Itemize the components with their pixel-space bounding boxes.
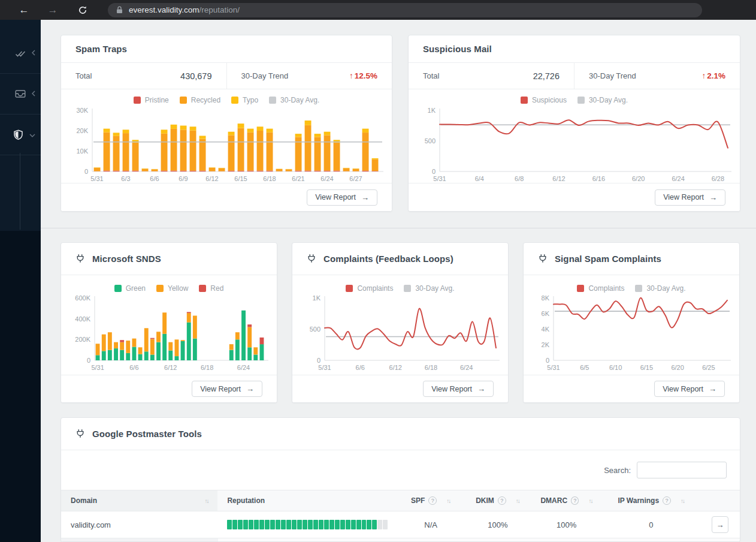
svg-text:0: 0 (546, 357, 549, 364)
svg-text:200K: 200K (75, 336, 90, 343)
column-header-dmarc[interactable]: DMARC?↑↓ (531, 490, 601, 511)
svg-text:30K: 30K (76, 107, 88, 114)
signal-spam-chart: 02K4K6K8K5/316/56/106/156/206/25 (532, 294, 732, 372)
browser-back-button[interactable]: ← (16, 4, 32, 16)
column-header-spf[interactable]: SPF?↑↓ (397, 490, 464, 511)
svg-text:8K: 8K (542, 294, 550, 302)
svg-text:6/18: 6/18 (425, 364, 437, 371)
svg-text:1K: 1K (313, 294, 321, 302)
view-report-button[interactable]: View Report→ (307, 189, 377, 206)
legend-item: 30-Day Avg. (404, 284, 454, 293)
svg-text:6/6: 6/6 (129, 364, 138, 371)
svg-text:5/31: 5/31 (318, 364, 331, 371)
shield-icon (13, 130, 23, 140)
card-title: Google Postmaster Tools (92, 429, 202, 439)
svg-text:6/12: 6/12 (205, 175, 218, 182)
browser-reload-icon[interactable] (74, 5, 91, 15)
sidebar-item-reputation[interactable] (0, 115, 41, 155)
sort-icon[interactable]: ↑↓ (588, 498, 592, 504)
domain-cell: validity.com (61, 511, 217, 538)
spam-traps-card: Spam Traps Total 430,679 30-Day Trend ↑1… (61, 35, 392, 212)
arrow-right-icon: → (361, 193, 369, 202)
view-report-button[interactable]: View Report→ (192, 381, 262, 397)
svg-text:6/16: 6/16 (592, 175, 605, 182)
double-check-icon (15, 49, 26, 58)
suspicious-mail-chart: 05001K5/316/46/86/126/166/206/246/28 (417, 107, 733, 183)
sort-icon[interactable]: ↑↓ (681, 498, 684, 504)
section-divider (41, 228, 756, 228)
signal-spam-card: Signal Spam Complaints Complaints30-Day … (523, 242, 740, 403)
svg-text:6/18: 6/18 (263, 175, 276, 182)
legend-item: 30-Day Avg. (577, 96, 628, 104)
view-report-button[interactable]: View Report→ (655, 189, 725, 206)
card-title: Complaints (Feedback Loops) (323, 254, 453, 264)
table-header: Domain↑↓ Reputation SPF?↑↓ DKIM?↑↓ DMARC… (61, 490, 740, 511)
complaints-card: Complaints (Feedback Loops) Complaints30… (292, 242, 509, 403)
dmarc-cell: 100% (531, 511, 602, 538)
svg-text:6/9: 6/9 (179, 175, 188, 182)
svg-text:6/28: 6/28 (712, 175, 724, 182)
svg-text:6/24: 6/24 (460, 364, 473, 371)
help-icon[interactable]: ? (663, 496, 671, 505)
svg-text:6/25: 6/25 (702, 364, 715, 371)
integration-plug-icon (307, 254, 316, 264)
row-action-cell: → (700, 511, 740, 538)
ip-warnings-cell: 0 (602, 511, 701, 538)
column-header-domain[interactable]: Domain↑↓ (61, 490, 217, 511)
legend-item: Recycled (180, 96, 220, 104)
legend-item: Suspicious (521, 96, 567, 104)
card-title: Spam Traps (75, 44, 127, 54)
view-report-button[interactable]: View Report→ (654, 381, 725, 397)
reputation-cell (217, 511, 397, 538)
microsoft-snds-card: Microsoft SNDS GreenYellowRed 0200K400K6… (61, 242, 277, 403)
complaints-chart: 05001K5/316/66/126/186/24 (301, 294, 501, 372)
card-title: Signal Spam Complaints (555, 254, 661, 264)
sort-icon[interactable]: ↑↓ (204, 498, 208, 504)
column-header-dkim[interactable]: DKIM?↑↓ (464, 490, 531, 511)
svg-text:5/31: 5/31 (90, 175, 103, 182)
help-icon[interactable]: ? (428, 496, 437, 505)
arrow-right-icon: → (477, 384, 485, 393)
svg-text:6/24: 6/24 (237, 364, 250, 371)
svg-text:20K: 20K (76, 127, 88, 134)
integration-plug-icon (75, 254, 85, 264)
trend-label: 30-Day Trend (589, 71, 636, 80)
trend-value: ↑2.1% (701, 71, 725, 80)
svg-text:5/31: 5/31 (91, 364, 104, 371)
svg-text:0: 0 (432, 168, 436, 175)
svg-text:6/3: 6/3 (121, 175, 130, 182)
sidebar-item-verification[interactable] (0, 33, 41, 74)
view-report-button[interactable]: View Report→ (423, 381, 494, 397)
svg-text:4K: 4K (542, 326, 550, 333)
chart-legend: PristineRecycledTypo30-Day Avg. (61, 94, 392, 107)
lock-icon (116, 6, 123, 14)
url-bar[interactable]: everest.validity.com/reputation/ (108, 3, 702, 17)
svg-text:0: 0 (84, 168, 88, 175)
chart-legend: Suspicious30-Day Avg. (409, 94, 740, 107)
chevron-left-icon (31, 89, 36, 100)
svg-text:6/27: 6/27 (349, 175, 362, 182)
svg-text:1K: 1K (428, 107, 436, 114)
total-value: 430,679 (180, 71, 211, 81)
sort-icon[interactable]: ↑↓ (446, 498, 450, 504)
sort-icon[interactable]: ↑↓ (516, 498, 519, 504)
google-postmaster-card: Google Postmaster Tools Search: Domain↑↓… (61, 417, 740, 542)
svg-text:400K: 400K (75, 315, 90, 323)
browser-forward-button[interactable]: → (44, 4, 61, 16)
sidebar-lower-panel (0, 231, 41, 542)
help-icon[interactable]: ? (498, 496, 506, 505)
card-title: Microsoft SNDS (92, 254, 161, 264)
search-input[interactable] (637, 462, 727, 478)
svg-text:6/12: 6/12 (164, 364, 177, 371)
svg-text:6/12: 6/12 (389, 364, 402, 371)
trend-up-icon: ↑ (701, 71, 706, 80)
svg-text:6/18: 6/18 (201, 364, 213, 371)
sidebar-item-inbox[interactable] (0, 74, 41, 115)
column-header-ip-warnings[interactable]: IP Warnings?↑↓ (601, 490, 700, 511)
reputation-bar (227, 520, 388, 529)
dkim-cell: 100% (464, 511, 531, 538)
help-icon[interactable]: ? (571, 496, 579, 505)
row-detail-arrow-button[interactable]: → (712, 516, 728, 533)
svg-text:6/4: 6/4 (475, 175, 484, 182)
svg-text:500: 500 (310, 326, 320, 333)
